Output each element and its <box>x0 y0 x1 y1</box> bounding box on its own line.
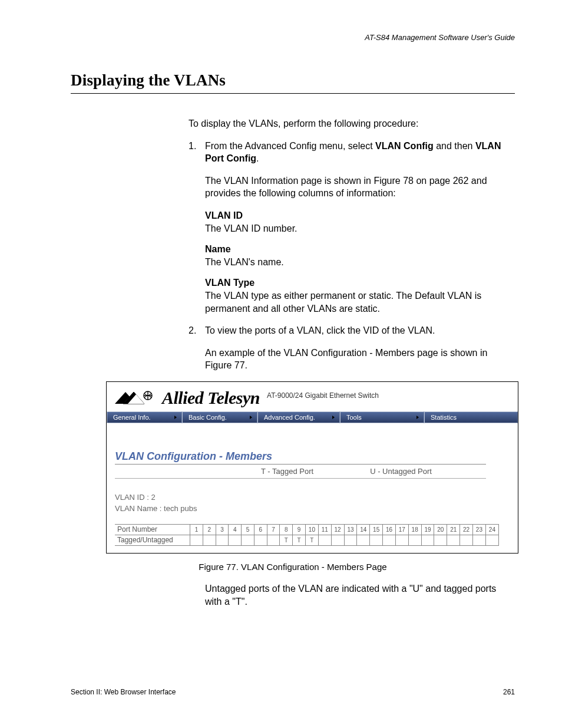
legend-row: T - Tagged Port U - Untagged Port <box>115 466 486 479</box>
after-figure-text: Untagged ports of the VLAN are indicated… <box>205 582 515 608</box>
tag-cell <box>447 535 460 545</box>
menu-general-info[interactable]: General Info. <box>107 411 182 423</box>
legend-untagged: U - Untagged Port <box>370 467 432 476</box>
footer-page-number: 261 <box>503 688 515 696</box>
intro-text: To display the VLANs, perform the follow… <box>189 117 515 130</box>
tag-cell <box>242 535 254 545</box>
def-desc-name: The VLAN's name. <box>205 256 515 269</box>
port-cell: 23 <box>472 524 485 535</box>
step-2-follow: An example of the VLAN Configuration - M… <box>205 347 515 372</box>
menu-bar: General Info. Basic Config. Advanced Con… <box>107 411 518 423</box>
port-cell: 10 <box>306 524 319 535</box>
tag-cell <box>370 535 383 545</box>
port-table: Port Number 1 2 3 4 5 6 7 8 9 10 11 12 1… <box>115 524 499 546</box>
chevron-right-icon <box>332 416 335 419</box>
row-label-tagged: Tagged/Untagged <box>115 535 190 545</box>
def-term-name: Name <box>205 243 515 256</box>
tag-cell <box>216 535 229 545</box>
tag-cell <box>472 535 485 545</box>
port-cell: 16 <box>383 524 396 535</box>
port-cell: 24 <box>485 524 498 535</box>
tag-cell <box>331 535 344 545</box>
tag-cell: T <box>306 535 319 545</box>
port-cell: 18 <box>408 524 421 535</box>
port-cell: 20 <box>434 524 447 535</box>
port-cell: 19 <box>421 524 434 535</box>
port-cell: 21 <box>447 524 460 535</box>
menu-label: Advanced Config. <box>264 414 315 421</box>
def-term-vlanid: VLAN ID <box>205 209 515 222</box>
port-cell: 1 <box>190 524 203 535</box>
tag-cell <box>383 535 396 545</box>
tag-cell: T <box>280 535 293 545</box>
footer-section: Section II: Web Browser Interface <box>71 688 176 696</box>
table-row: Tagged/Untagged T T T <box>115 535 499 545</box>
tag-cell <box>344 535 357 545</box>
menu-label: Basic Config. <box>189 414 227 421</box>
figure-77: Allied Telesyn AT-9000/24 Gigabit Ethern… <box>106 381 515 554</box>
app-header: Allied Telesyn AT-9000/24 Gigabit Ethern… <box>107 382 518 411</box>
tag-cell <box>408 535 421 545</box>
chevron-right-icon <box>416 416 419 419</box>
port-cell: 7 <box>267 524 280 535</box>
menu-label: Statistics <box>431 414 457 421</box>
menu-label: Tools <box>346 414 362 421</box>
brand-logo: Allied Telesyn AT-9000/24 Gigabit Ethern… <box>115 388 379 408</box>
table-row: Port Number 1 2 3 4 5 6 7 8 9 10 11 12 1… <box>115 524 499 535</box>
logo-mark-icon <box>115 391 158 405</box>
vlan-meta: VLAN ID : 2 VLAN Name : tech pubs <box>115 492 510 515</box>
row-label-port-number: Port Number <box>115 524 190 535</box>
tag-cell <box>267 535 280 545</box>
port-cell: 4 <box>229 524 242 535</box>
tag-cell <box>190 535 203 545</box>
port-cell: 2 <box>203 524 216 535</box>
tag-cell <box>395 535 408 545</box>
page-footer: Section II: Web Browser Interface 261 <box>71 688 515 696</box>
chevron-right-icon <box>250 416 252 419</box>
app-frame: Allied Telesyn AT-9000/24 Gigabit Ethern… <box>106 381 518 554</box>
port-cell: 11 <box>318 524 331 535</box>
tag-cell <box>254 535 267 545</box>
port-cell: 14 <box>357 524 370 535</box>
tag-cell <box>357 535 370 545</box>
def-term-vlantype: VLAN Type <box>205 276 515 289</box>
tag-cell <box>318 535 331 545</box>
port-cell: 8 <box>280 524 293 535</box>
menu-basic-config[interactable]: Basic Config. <box>182 411 257 423</box>
menu-label: General Info. <box>113 414 151 421</box>
def-desc-vlantype: The VLAN type as either permanent or sta… <box>205 289 515 315</box>
vlan-id-value: VLAN ID : 2 <box>115 492 510 503</box>
step-1-text: From the Advanced Config menu, select VL… <box>205 140 515 165</box>
port-cell: 22 <box>460 524 473 535</box>
chevron-right-icon <box>174 416 177 419</box>
port-cell: 6 <box>254 524 267 535</box>
step-2-text: To view the ports of a VLAN, click the V… <box>205 324 515 337</box>
port-cell: 3 <box>216 524 229 535</box>
tag-cell <box>421 535 434 545</box>
menu-statistics[interactable]: Statistics <box>424 411 518 423</box>
tag-cell <box>203 535 216 545</box>
tag-cell <box>434 535 447 545</box>
page-header-guide: AT-S84 Management Software User's Guide <box>71 33 515 42</box>
legend-tagged: T - Tagged Port <box>261 467 313 476</box>
port-cell: 17 <box>395 524 408 535</box>
menu-tools[interactable]: Tools <box>340 411 424 423</box>
menu-advanced-config[interactable]: Advanced Config. <box>257 411 340 423</box>
app-body: VLAN Configuration - Members T - Tagged … <box>107 423 518 553</box>
tag-cell <box>485 535 498 545</box>
port-cell: 12 <box>331 524 344 535</box>
port-cell: 9 <box>293 524 306 535</box>
vlan-config-members-title: VLAN Configuration - Members <box>115 450 486 465</box>
step-number-2: 2. <box>189 324 196 337</box>
step-1-follow: The VLAN Information page is shown in Fi… <box>205 174 515 200</box>
tag-cell <box>229 535 242 545</box>
port-cell: 15 <box>370 524 383 535</box>
model-text: AT-9000/24 Gigabit Ethernet Switch <box>267 391 379 400</box>
section-title: Displaying the VLANs <box>71 71 515 94</box>
step-number-1: 1. <box>189 140 196 153</box>
figure-caption: Figure 77. VLAN Configuration - Members … <box>71 562 515 572</box>
brand-text: Allied Telesyn <box>162 388 260 408</box>
def-desc-vlanid: The VLAN ID number. <box>205 222 515 235</box>
port-cell: 5 <box>242 524 254 535</box>
vlan-name-value: VLAN Name : tech pubs <box>115 503 510 515</box>
